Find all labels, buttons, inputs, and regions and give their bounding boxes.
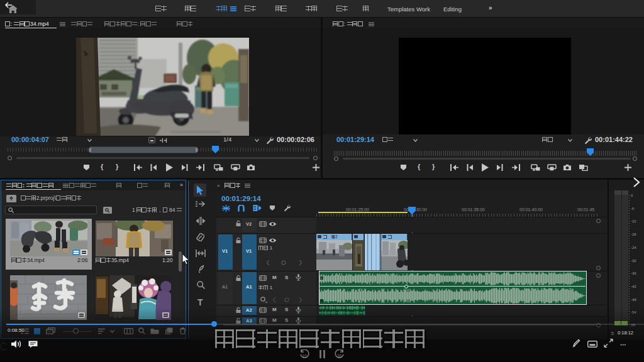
svg-text:10: 10 (303, 354, 308, 358)
svg-text:30: 30 (337, 354, 342, 358)
